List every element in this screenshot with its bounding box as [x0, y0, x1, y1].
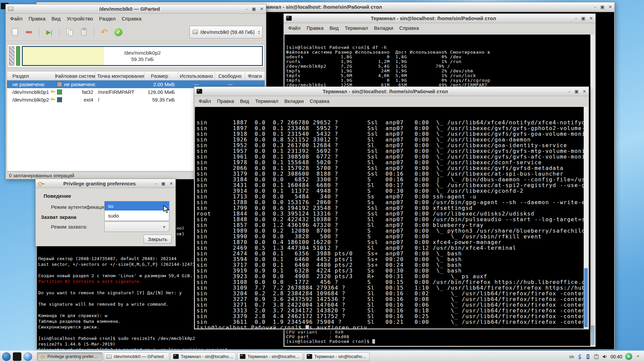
dropdown-option-sudo[interactable]: sudo: [105, 210, 169, 221]
menu-help[interactable]: Справка: [307, 97, 332, 105]
new-partition-button[interactable]: [9, 26, 20, 38]
menu-file[interactable]: Файл: [7, 15, 25, 22]
apply-button[interactable]: ✓: [113, 26, 124, 38]
menu-help[interactable]: Справка: [119, 15, 145, 22]
header-free[interactable]: Свободно: [215, 71, 245, 80]
menu-help[interactable]: Справка: [396, 24, 422, 32]
taskbar-button-privilege-dialog[interactable]: Privilege granting preferen...: [37, 352, 103, 361]
panel-chevron-icon[interactable]: [635, 354, 641, 359]
clipboard-icon[interactable]: [594, 354, 599, 359]
menu-view[interactable]: Вид: [327, 24, 342, 32]
copy-button[interactable]: [64, 26, 75, 38]
capture-mode-combobox[interactable]: ▼: [104, 222, 169, 232]
close-button[interactable]: ✕: [169, 181, 173, 186]
terminal-line: sin 1857 0.0 1.2 436196 47320 ? Sl апр07…: [197, 222, 583, 228]
menu-device[interactable]: Устройство: [64, 15, 96, 22]
resize-move-button[interactable]: ▶|: [44, 26, 55, 38]
terminal-line: sin 3717 0.0 0.1 6460 4480 pts/2 Ss+ 00:…: [197, 262, 583, 268]
delete-partition-button[interactable]: [23, 26, 35, 38]
header-filesystem[interactable]: Файловая система: [55, 71, 95, 80]
auth-mode-dropdown[interactable]: su sudo: [104, 201, 169, 221]
device-selector-value: /dev/mmcblk0 (59.48 ГиБ): [200, 29, 255, 35]
taskbar-button-terminal-1[interactable]: Терминал - sin@localhost:...: [170, 352, 236, 361]
privilege-dialog[interactable]: Privilege granting preferences – ▣ ✕ Пов…: [35, 179, 176, 246]
header-partition[interactable]: Раздел: [7, 71, 55, 80]
terminal-content[interactable]: sin 1887 0.0 0.7 266780 29652 ? Ssl апр0…: [195, 107, 588, 328]
menu-tabs[interactable]: Вкладки: [281, 97, 307, 105]
maximize-button[interactable]: ▣: [600, 5, 604, 9]
keyboard-layout-indicator[interactable]: us: [569, 354, 574, 359]
maximize-button[interactable]: ▣: [161, 181, 165, 186]
minimize-button[interactable]: –: [246, 7, 248, 11]
terminal-line: sin 1897 0.0 0.1 233468 5952 ? Ssl апр07…: [197, 125, 583, 131]
terminal-line: tmpfs 1,9G 0 1,9G 0% /sys/fs/cgroup: [286, 78, 595, 83]
partition1-segment[interactable]: [16, 46, 20, 66]
device-icon: [193, 30, 198, 34]
maximize-button[interactable]: ▣: [252, 7, 256, 11]
taskbar-button-terminal-3[interactable]: Терминал - sin@localhost:...: [304, 352, 370, 361]
session-status-icon[interactable]: [625, 353, 632, 360]
menu-terminal[interactable]: Терминал: [252, 97, 281, 105]
scrollbar-thumb[interactable]: [584, 268, 588, 327]
clock[interactable]: 00:40: [610, 354, 622, 359]
terminal-line: sin 1926 0.0 0.8 521152 33012 ? Sl апр07…: [197, 137, 583, 142]
titlebar[interactable]: Терминал - sin@localhost: /home/sin/Рабо…: [194, 87, 589, 96]
device-selector[interactable]: /dev/mmcblk0 (59.48 ГиБ) ▴▾: [190, 26, 263, 39]
text-cursor: [306, 325, 309, 328]
undo-button[interactable]: ↶: [99, 26, 110, 38]
header-flags[interactable]: Флаги: [245, 71, 265, 80]
terminal-line: sin 3184 0.0 0.0 6852 3300 ? S 00:16 0:0…: [197, 177, 583, 182]
bluetooth-icon[interactable]: [577, 354, 582, 359]
terminal-launcher-icon[interactable]: [13, 352, 21, 361]
menu-view[interactable]: Вид: [237, 97, 252, 105]
menu-terminal[interactable]: Терминал: [342, 24, 371, 32]
titlebar[interactable]: /dev/mmcblk0 — GParted – ▣ ✕: [6, 4, 266, 14]
maximize-button[interactable]: ▣: [581, 16, 585, 20]
spinner-arrows-icon[interactable]: ▴▾: [258, 30, 260, 35]
maximize-button[interactable]: ▣: [575, 89, 579, 94]
terminal-line: Файловая система Размер Использовано Дос…: [286, 50, 595, 55]
minimize-button[interactable]: –: [568, 89, 571, 94]
minimize-button[interactable]: –: [575, 16, 577, 20]
close-button[interactable]: ✕: [589, 16, 593, 20]
menu-tabs[interactable]: Вкладки: [371, 24, 396, 32]
menu-partition[interactable]: Раздел: [96, 15, 119, 22]
menu-edit[interactable]: Правка: [304, 24, 327, 32]
header-used[interactable]: Использовано: [178, 71, 215, 80]
taskbar-button-gparted[interactable]: /dev/mmcblk0 — GParted: [104, 352, 169, 361]
menu-view[interactable]: Вид: [49, 15, 64, 22]
scrollbar[interactable]: [584, 107, 588, 328]
minimize-button[interactable]: –: [594, 5, 596, 9]
terminal-icon: [240, 354, 246, 359]
scrollbar[interactable]: [590, 35, 595, 346]
taskbar: Privilege granting preferen... /dev/mmcb…: [0, 351, 644, 362]
minimize-button[interactable]: –: [155, 181, 157, 186]
dropdown-option-su[interactable]: su: [105, 201, 169, 210]
start-menu-icon[interactable]: [2, 352, 11, 361]
menu-edit[interactable]: Правка: [25, 15, 49, 22]
partition-visual-bar[interactable]: /dev/mmcblk0p2 59.35 ГиБ: [7, 44, 265, 68]
menu-edit[interactable]: Правка: [214, 97, 237, 105]
browser-globe-icon[interactable]: [23, 352, 32, 361]
paste-button[interactable]: [78, 26, 90, 38]
terminal-line: sin 1952 0.0 0.3 261700 12684 ? Sl апр07…: [197, 142, 583, 148]
terminal-line: udevfs 1,8G 0 1,8G 0% /dev: [286, 55, 595, 59]
menu-file[interactable]: Файл: [285, 24, 304, 32]
titlebar[interactable]: Privilege granting preferences – ▣ ✕: [36, 179, 175, 188]
header-mountpoint[interactable]: Точка монтирования: [95, 71, 145, 80]
header-size[interactable]: Размер: [145, 71, 178, 80]
terminal-window-ps[interactable]: Терминал - sin@localhost: /home/sin/Рабо…: [194, 86, 589, 329]
gparted-icon: [106, 355, 112, 359]
volume-icon[interactable]: [602, 354, 607, 359]
close-dialog-button[interactable]: Закрыть: [144, 235, 172, 244]
unallocated-segment[interactable]: [9, 46, 14, 66]
close-button[interactable]: ✕: [260, 7, 264, 11]
close-button[interactable]: ✕: [583, 89, 586, 94]
taskbar-button-terminal-2[interactable]: Терминал - sin@localhost:...: [237, 352, 303, 361]
phone-icon[interactable]: [585, 354, 591, 359]
menu-file[interactable]: Файл: [196, 97, 214, 105]
close-button[interactable]: ✕: [608, 5, 612, 9]
scrollbar-thumb[interactable]: [591, 325, 594, 345]
titlebar[interactable]: Терминал - sin@localhost: /home/sin/Рабо…: [284, 14, 595, 23]
partition2-segment[interactable]: /dev/mmcblk0p2 59.35 ГиБ: [22, 46, 263, 66]
